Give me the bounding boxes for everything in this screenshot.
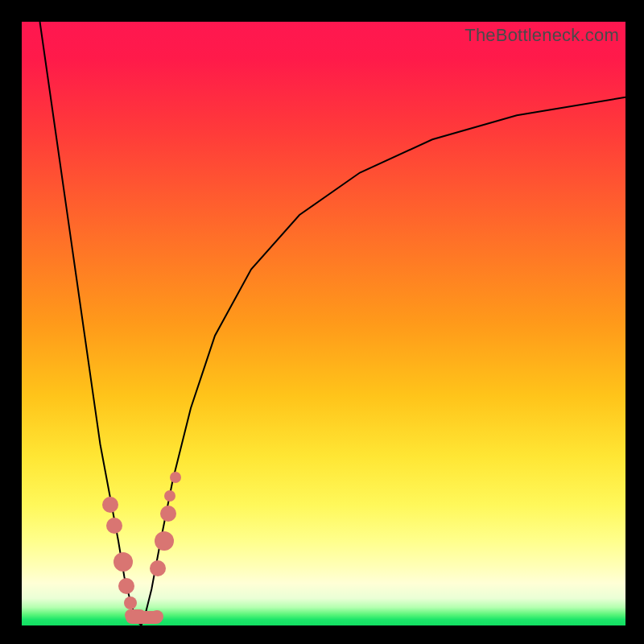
data-marker — [124, 597, 137, 609]
data-marker — [118, 578, 134, 594]
marker-layer — [22, 22, 625, 625]
chart-canvas: TheBottleneck.com — [0, 0, 644, 644]
plot-area: TheBottleneck.com — [22, 22, 625, 625]
data-marker — [170, 472, 181, 483]
data-marker — [155, 531, 174, 551]
data-marker — [160, 506, 176, 522]
data-marker — [150, 560, 166, 576]
data-marker — [114, 552, 133, 572]
data-marker — [102, 497, 118, 513]
data-marker — [151, 610, 163, 623]
data-marker — [106, 518, 122, 534]
data-marker — [164, 490, 175, 502]
